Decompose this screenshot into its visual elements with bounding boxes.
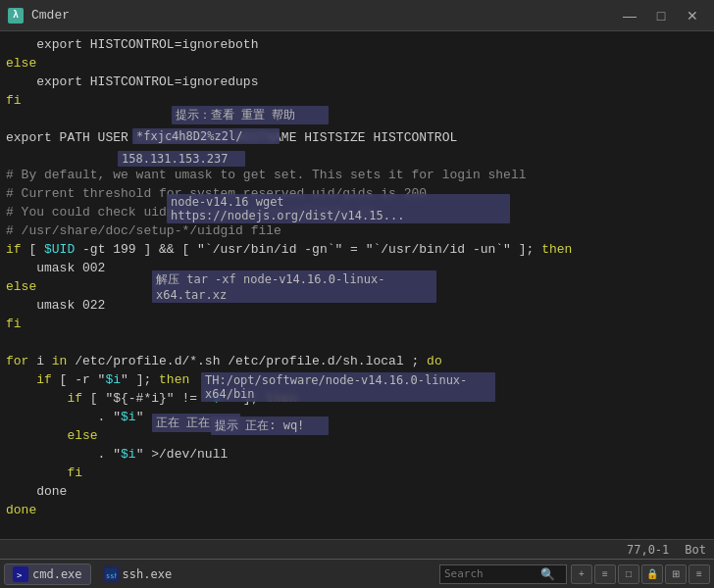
lock-button[interactable]: 🔒 bbox=[641, 564, 663, 584]
terminal-line: export HISTCONTROL=ignoredups bbox=[0, 73, 714, 91]
cmd-label: cmd.exe bbox=[32, 567, 82, 581]
search-button[interactable]: 🔍 bbox=[538, 565, 556, 583]
terminal-line: . "$i" bbox=[0, 408, 714, 426]
terminal-line: fi bbox=[0, 91, 714, 110]
minimize-button[interactable]: — bbox=[616, 6, 643, 25]
taskbar: > cmd.exe ssh ssh.exe 🔍 + ≡ □ 🔒 ⊞ ≡ bbox=[0, 559, 714, 588]
terminal-line bbox=[0, 519, 714, 538]
blur-overlay: *fxjc4h8D2%z2l/ bbox=[132, 128, 280, 144]
terminal-line: unset i bbox=[0, 538, 714, 539]
taskbar-buttons: + ≡ □ 🔒 ⊞ ≡ bbox=[571, 564, 710, 584]
blur-overlay: node-v14.16 wget https://nodejs.org/dist… bbox=[167, 194, 510, 223]
status-bar: 77,0-1 Bot bbox=[0, 539, 714, 559]
terminal-line bbox=[0, 147, 714, 166]
terminal-line bbox=[0, 110, 714, 128]
app-icon: λ bbox=[8, 8, 24, 24]
grid-button[interactable]: ⊞ bbox=[665, 564, 687, 584]
terminal-line: done bbox=[0, 482, 714, 501]
title-bar: λ Cmder — □ ✕ bbox=[0, 0, 714, 31]
cursor-position: 77,0-1 bbox=[627, 543, 669, 557]
terminal-line: else bbox=[0, 426, 714, 445]
terminal-line: export HISTCONTROL=ignoreboth bbox=[0, 35, 714, 54]
blur-overlay: TH:/opt/software/node-v14.16.0-linux-x64… bbox=[201, 372, 495, 402]
new-tab-button[interactable]: + bbox=[571, 564, 592, 584]
layout-button[interactable]: □ bbox=[618, 564, 639, 584]
ssh-label: ssh.exe bbox=[123, 567, 173, 581]
blur-overlay: 解压 tar -xf node-v14.16.0-linux-x64.tar.x… bbox=[152, 270, 436, 303]
search-input[interactable] bbox=[440, 567, 538, 580]
close-button[interactable]: ✕ bbox=[679, 6, 706, 25]
terminal-line: done bbox=[0, 501, 714, 519]
search-box[interactable]: 🔍 bbox=[439, 564, 567, 584]
blur-overlay: 提示：查看 重置 帮助 bbox=[172, 106, 329, 124]
window-controls: — □ ✕ bbox=[616, 6, 706, 25]
taskbar-item-cmd[interactable]: > cmd.exe bbox=[4, 564, 91, 585]
svg-text:>: > bbox=[17, 570, 23, 580]
terminal-line: # /usr/share/doc/setup-*/uidgid file bbox=[0, 221, 714, 240]
maximize-button[interactable]: □ bbox=[647, 6, 675, 25]
terminal-line: . "$i" >/dev/null bbox=[0, 445, 714, 464]
cmd-icon: > bbox=[13, 566, 28, 582]
terminal-line: export PATH USER LOGNAME MAIL HOSTNAME H… bbox=[0, 128, 714, 147]
terminal-area[interactable]: export HISTCONTROL=ignorebothelse export… bbox=[0, 31, 714, 539]
terminal-line: if [ $UID -gt 199 ] && [ "`/usr/bin/id -… bbox=[0, 240, 714, 259]
terminal-line: for i in /etc/profile.d/*.sh /etc/profil… bbox=[0, 352, 714, 370]
split-button[interactable]: ≡ bbox=[594, 564, 616, 584]
window-title: Cmder bbox=[31, 8, 616, 23]
svg-text:ssh: ssh bbox=[106, 572, 117, 580]
terminal-line bbox=[0, 333, 714, 352]
terminal-line: fi bbox=[0, 464, 714, 482]
editor-mode: Bot bbox=[685, 543, 706, 557]
menu-button[interactable]: ≡ bbox=[688, 564, 710, 584]
terminal-line: fi bbox=[0, 315, 714, 333]
blur-overlay: 158.131.153.237 bbox=[118, 151, 245, 167]
terminal-line: else bbox=[0, 54, 714, 73]
ssh-icon: ssh bbox=[103, 566, 119, 582]
blur-overlay: 提示 正在: wq! bbox=[211, 416, 329, 435]
terminal-line: # By default, we want umask to get set. … bbox=[0, 166, 714, 184]
taskbar-item-ssh[interactable]: ssh ssh.exe bbox=[95, 564, 180, 585]
